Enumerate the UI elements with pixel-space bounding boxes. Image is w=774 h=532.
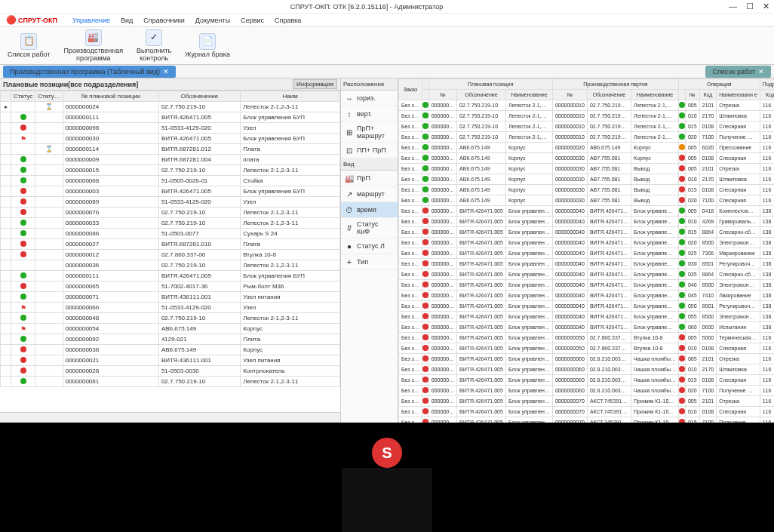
column-header[interactable]: №	[685, 90, 699, 100]
table-row[interactable]: Без з…000000…ВИТЯ.426471.005Блок управле…	[399, 206, 775, 217]
maximize-button[interactable]: ☐	[746, 2, 754, 11]
table-row[interactable]: Без з…000000…ВИТЯ.426471.005Блок управле…	[399, 227, 775, 238]
table-row[interactable]: ⚑0000000054АВ6.675.149Корпус	[1, 324, 340, 334]
scrollbar-horizontal[interactable]	[0, 412, 340, 423]
table-row[interactable]: 000000006851-0505-0026-01Стойка	[1, 176, 340, 186]
column-header[interactable]: Код	[699, 90, 717, 100]
table-row[interactable]: 0000000071ВИТЯ.436111.001Узел питания	[1, 292, 340, 303]
table-row[interactable]: 0000000003ВИТЯ.426471.005Блок управления…	[1, 186, 340, 197]
table-row[interactable]: 000000003602.7.750.219-10Лепесток 2-1,2-…	[1, 260, 340, 271]
table-row[interactable]: Без з…000000…ВИТЯ.426471.005Блок управле…	[399, 407, 775, 417]
table-row[interactable]: Без з…000000…ВИТЯ.426471.005Блок управле…	[399, 217, 775, 227]
column-header[interactable]: Стату…	[35, 91, 63, 102]
column-header[interactable]: №	[552, 90, 587, 100]
info-button[interactable]: Информация	[293, 79, 337, 89]
table-row[interactable]: 000000009851-0533-4129-020Узел	[1, 123, 340, 134]
column-header[interactable]: Плановая позиция	[428, 79, 552, 90]
table-row[interactable]: 0000000009ВИТЯ.687281.004плата	[1, 155, 340, 165]
table-row[interactable]: ⚑0000000030ВИТЯ.426471.005Блок управлени…	[1, 134, 340, 144]
column-header[interactable]: № плановой позиции	[63, 91, 158, 102]
table-row[interactable]: Без з…000000…ВИТЯ.426471.005Блок управле…	[399, 301, 775, 312]
sidebar-item[interactable]: ⏱время	[341, 202, 398, 218]
table-row[interactable]: 000000003302.7.750.219-10Лепесток 2-1,2-…	[1, 218, 340, 229]
column-header[interactable]: Обозначение	[457, 90, 506, 100]
column-header[interactable]: Наименование	[631, 90, 679, 100]
column-header[interactable]: №	[428, 90, 456, 100]
table-row[interactable]: Без з…000000…АВ6.675.149Корпус0000000020…	[399, 143, 775, 153]
table-row[interactable]: Без з…000000…ВИТЯ.426471.005Блок управле…	[399, 396, 775, 407]
table-row[interactable]: Без з…000000…АВ6.675.149Корпус0000000030…	[399, 153, 775, 164]
column-header[interactable]	[678, 90, 685, 100]
table-row[interactable]: 000000008951-0533-4129-020Узел	[1, 197, 340, 208]
menu-servis[interactable]: Сервис	[241, 17, 264, 24]
column-header[interactable]: Обозначение	[158, 91, 240, 102]
column-header[interactable]: Операция	[678, 79, 760, 90]
table-row[interactable]: 000000008102.7.750.219-10Лепесток 2-1,2-…	[1, 377, 340, 387]
table-row[interactable]: ⌛0000000114ВИТЯ.687281.012Плата	[1, 144, 340, 155]
table-row[interactable]: 00000000924129-021Плита	[1, 334, 340, 345]
menu-spravochniki[interactable]: Справочники	[143, 17, 185, 24]
table-row[interactable]: Без з…000000…АВ6.675.149Корпус0000000030…	[399, 185, 775, 195]
close-icon[interactable]: ✕	[758, 68, 764, 75]
sidebar-item[interactable]: ↕верт.	[341, 106, 398, 122]
ribbon-button[interactable]: ✓Выполнитьконтроль	[137, 29, 171, 63]
column-header[interactable]	[422, 90, 428, 100]
column-header[interactable]: Заказ	[399, 79, 422, 100]
table-row[interactable]: Без з…000000…ВИТЯ.426471.005Блок управле…	[399, 259, 775, 269]
column-header[interactable]: Наим	[241, 91, 340, 102]
menu-upravlenie[interactable]: Управление	[72, 17, 110, 24]
tab-prod-program[interactable]: Производственная программа (Табличный ви…	[3, 66, 176, 78]
table-row[interactable]: 0000000038АВ6.675.149Корпус	[1, 345, 340, 355]
right-grid[interactable]: ЗаказПлановая позицияПроизводственная па…	[398, 78, 774, 423]
table-row[interactable]: Без з…000000…ВИТЯ.426471.005Блок управле…	[399, 312, 775, 322]
table-row[interactable]: Без з…000000…ВИТЯ.426471.005Блок управле…	[399, 238, 775, 248]
column-header[interactable]	[422, 79, 428, 90]
table-row[interactable]: ⚑000000006651-0533-4129-020Узел	[1, 303, 340, 313]
table-row[interactable]: Без з…000000…АВ6.675.149Корпус0000000030…	[399, 164, 775, 174]
table-row[interactable]: 000000001202.7.860.337-06Втулка 10-8	[1, 250, 340, 260]
table-row[interactable]: Без з…000000…ВИТЯ.426471.005Блок управле…	[399, 280, 775, 291]
table-row[interactable]: 000000006551-7002-4017-36Рым-болт М36	[1, 281, 340, 292]
table-row[interactable]: Без з…000000…ВИТЯ.426471.005Блок управле…	[399, 248, 775, 259]
sidebar-item[interactable]: +Тип	[341, 254, 398, 270]
table-row[interactable]: 000000001502.7.750.219-10Лепесток 2-1,2-…	[1, 165, 340, 176]
table-row[interactable]: Без з…000000…02.7.750.219-10Лепесток 2-1…	[399, 111, 775, 121]
table-row[interactable]: Без з…000000…ВИТЯ.426471.005Блок управле…	[399, 343, 775, 354]
table-row[interactable]: Без з…000000…ВИТЯ.426471.005Блок управле…	[399, 386, 775, 396]
minimize-button[interactable]: —	[729, 2, 737, 11]
menu-dokumenty[interactable]: Документы	[195, 17, 230, 24]
table-row[interactable]: 000000004802.7.750.219-10Лепесток 2-1,2-…	[1, 313, 340, 324]
column-header[interactable]: Подра	[760, 79, 774, 90]
table-row[interactable]: 000000008651-0503-0077Сухарь S 24	[1, 229, 340, 239]
table-row[interactable]: 0000000111ВИТЯ.426471.005Блок управления…	[1, 112, 340, 123]
sidebar-item[interactable]: ↗маршрут	[341, 186, 398, 202]
ribbon-button[interactable]: 🏭Производственнаяпрограмма	[64, 29, 124, 63]
column-header[interactable]: Производственная партия	[552, 79, 678, 90]
tab-list-works[interactable]: Список работ✕	[705, 66, 771, 78]
table-row[interactable]: Без з…000000…02.7.750.219-10Лепесток 2-1…	[399, 100, 775, 111]
ribbon-button[interactable]: 📄Журнал брака	[185, 33, 230, 59]
column-header[interactable]: Код	[760, 90, 774, 100]
sidebar-item[interactable]: ↔гориз.	[341, 91, 398, 106]
column-header[interactable]: Наименование	[505, 90, 552, 100]
sidebar-item[interactable]: ●Статус Л	[341, 238, 398, 254]
ribbon-button[interactable]: 📋Список работ	[8, 33, 51, 59]
table-row[interactable]: Без з…000000…02.7.750.219-10Лепесток 2-1…	[399, 132, 775, 143]
column-header[interactable]: Обозначение	[587, 90, 631, 100]
column-header[interactable]: Наименовани е	[717, 90, 760, 100]
close-icon[interactable]: ✕	[163, 68, 169, 75]
column-header[interactable]: Статус	[11, 91, 35, 102]
table-row[interactable]: 0000000027ВИТЯ.687281.010Плата	[1, 239, 340, 250]
menu-spravka[interactable]: Справка	[275, 17, 301, 24]
table-row[interactable]: Без з…000000…02.7.750.219-10Лепесток 2-1…	[399, 121, 775, 132]
table-row[interactable]: Без з…000000…ВИТЯ.426471.005Блок управле…	[399, 364, 775, 375]
table-row[interactable]: ▸⌛000000002402.7.750.219-10Лепесток 2-1,…	[1, 102, 340, 112]
column-header[interactable]	[1, 91, 11, 102]
menu-vid[interactable]: Вид	[121, 17, 133, 24]
table-row[interactable]: Без з…000000…ВИТЯ.426471.005Блок управле…	[399, 354, 775, 364]
table-row[interactable]: 000000002851-0503-0030Контрлокатель	[1, 366, 340, 377]
table-row[interactable]: 0000000021ВИТЯ.436111.001Узел питания	[1, 355, 340, 366]
table-row[interactable]: Без з…000000…ВИТЯ.426471.005Блок управле…	[399, 375, 775, 386]
table-row[interactable]: Без з…000000…АВ6.675.149Корпус0000000030…	[399, 174, 775, 185]
sidebar-item[interactable]: ⊡ПП+ ПрП	[341, 143, 398, 158]
